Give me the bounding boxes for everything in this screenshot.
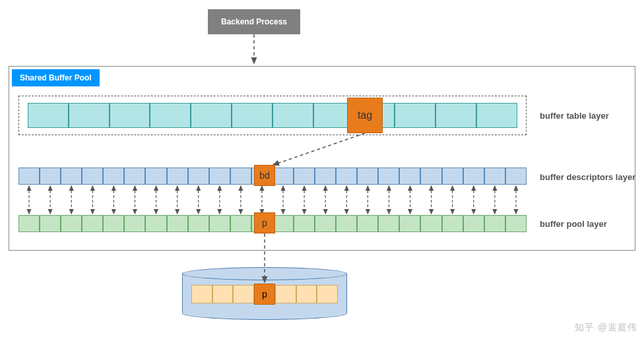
desc-cell (357, 168, 378, 185)
pool-cell (230, 215, 251, 232)
pool-cell (378, 215, 399, 232)
desc-cell (230, 168, 251, 185)
desc-cell (315, 168, 336, 185)
backend-label: Backend Process (221, 17, 287, 26)
disk-cell (296, 285, 317, 303)
table-cell (191, 103, 232, 128)
desc-cell (124, 168, 145, 185)
pool-cell (209, 215, 230, 232)
desc-cell (505, 168, 527, 185)
pool-cell (18, 215, 40, 232)
label-buffer-table: buffer table layer (540, 111, 609, 121)
desc-cell (18, 168, 40, 185)
desc-cell (336, 168, 357, 185)
label-buffer-desc: buffer descriptors layer (540, 172, 635, 182)
pool-cell (145, 215, 166, 232)
desc-cell (273, 168, 294, 185)
desc-cell (167, 168, 188, 185)
desc-cell (484, 168, 505, 185)
pool-cell (40, 215, 61, 232)
pool-cell (505, 215, 527, 232)
bd-cell: bd (254, 165, 275, 186)
watermark: 知乎 @裴庭伟 (575, 322, 637, 334)
desc-cell (378, 168, 399, 185)
desc-cell (420, 168, 441, 185)
disk-cell (191, 285, 212, 303)
desc-cell (61, 168, 82, 185)
table-cell (435, 103, 476, 128)
pool-title: Shared Buffer Pool (12, 69, 100, 86)
pool-cell (294, 215, 315, 232)
pool-cell (420, 215, 441, 232)
desc-cell (463, 168, 484, 185)
pool-cell (315, 215, 336, 232)
desc-cell (294, 168, 315, 185)
table-cell (150, 103, 191, 128)
tag-cell: tag (347, 98, 383, 133)
desc-cell (103, 168, 124, 185)
pool-cell (442, 215, 463, 232)
table-cell (110, 103, 150, 128)
pool-cell (167, 215, 188, 232)
pool-cell (357, 215, 378, 232)
pool-cell (399, 215, 420, 232)
table-cell (28, 103, 69, 128)
pool-cell (463, 215, 484, 232)
desc-cell (145, 168, 166, 185)
p-cell-disk: p (254, 284, 275, 305)
table-cell (395, 103, 435, 128)
table-cell (69, 103, 110, 128)
disk-top (182, 267, 347, 280)
pool-cell (61, 215, 82, 232)
table-cell (232, 103, 273, 128)
p-cell-pool: p (254, 212, 275, 233)
desc-cell (82, 168, 103, 185)
pool-cell (82, 215, 103, 232)
desc-cell (209, 168, 230, 185)
backend-process-box: Backend Process (208, 9, 300, 34)
desc-cell (188, 168, 209, 185)
disk-cell (233, 285, 254, 303)
disk-cell (317, 285, 338, 303)
pool-cell (484, 215, 505, 232)
desc-cell (442, 168, 463, 185)
pool-cell (188, 215, 209, 232)
pool-cell (273, 215, 294, 232)
desc-cell (399, 168, 420, 185)
buffer-table-layer (28, 103, 517, 128)
table-cell (476, 103, 517, 128)
desc-cell (40, 168, 61, 185)
disk-cell (275, 285, 296, 303)
pool-cell (103, 215, 124, 232)
pool-cell (124, 215, 145, 232)
disk-cell (212, 285, 234, 303)
label-buffer-pool: buffer pool layer (540, 219, 607, 229)
table-cell (273, 103, 313, 128)
pool-cell (336, 215, 357, 232)
